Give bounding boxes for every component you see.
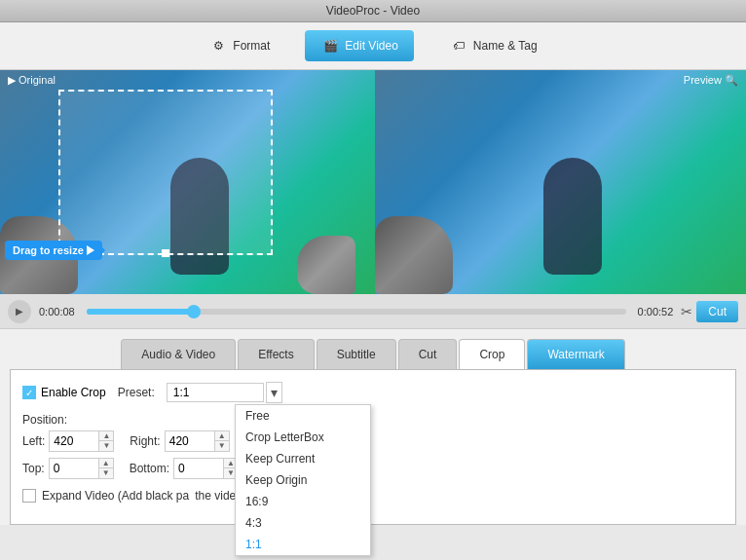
- start-time: 0:00:08: [39, 306, 75, 317]
- right-input[interactable]: [166, 432, 214, 450]
- format-button[interactable]: ⚙ Format: [193, 30, 285, 61]
- position-section: Position: Left: ▲ ▼ Right:: [22, 413, 724, 479]
- format-icon: ⚙: [208, 36, 228, 56]
- top-label: Top:: [22, 462, 45, 475]
- dropdown-item-crop-letterbox[interactable]: Crop LetterBox: [236, 427, 370, 448]
- right-spinner-down[interactable]: ▼: [215, 441, 229, 451]
- preview-video-panel: [375, 70, 746, 294]
- title-bar: VideoProc - Video: [0, 0, 746, 22]
- crop-content-panel: ✓ Enable Crop Preset: ▾ Free Crop Letter…: [10, 369, 736, 525]
- right-spinner-up[interactable]: ▲: [215, 431, 229, 441]
- tab-audio-video[interactable]: Audio & Video: [121, 339, 236, 369]
- crop-handle-bottom[interactable]: [162, 249, 169, 257]
- title-text: VideoProc - Video: [326, 4, 420, 18]
- rocks-decoration-right-panel: [375, 216, 453, 294]
- dropdown-item-free[interactable]: Free: [236, 405, 370, 427]
- left-input-wrap[interactable]: ▲ ▼: [49, 430, 114, 452]
- bottom-label: Bottom:: [130, 462, 169, 475]
- top-spinner-down[interactable]: ▼: [99, 468, 113, 478]
- left-field-group: Left: ▲ ▼: [22, 430, 114, 452]
- edit-video-label: Edit Video: [345, 39, 398, 53]
- enable-crop-checkbox[interactable]: ✓: [22, 386, 36, 399]
- right-field-group: Right: ▲ ▼: [130, 430, 229, 452]
- top-input-wrap[interactable]: ▲ ▼: [49, 458, 114, 479]
- preset-dropdown-arrow[interactable]: ▾: [266, 382, 282, 403]
- cut-button[interactable]: Cut: [696, 301, 738, 322]
- enable-crop-checkbox-label[interactable]: ✓ Enable Crop: [22, 386, 106, 399]
- timeline-slider[interactable]: [87, 309, 626, 315]
- left-spinners[interactable]: ▲ ▼: [98, 431, 113, 451]
- end-time: 0:00:52: [638, 306, 674, 317]
- preset-input[interactable]: [167, 383, 264, 402]
- right-label: Right:: [130, 434, 160, 448]
- toolbar: ⚙ Format 🎬 Edit Video 🏷 Name & Tag: [0, 22, 746, 70]
- fields-row-bottom: Top: ▲ ▼ Bottom: ▲: [22, 458, 724, 479]
- bottom-input-wrap[interactable]: ▲ ▼: [173, 458, 239, 479]
- format-label: Format: [233, 39, 270, 53]
- top-spinner-up[interactable]: ▲: [99, 459, 113, 468]
- left-spinner-up[interactable]: ▲: [99, 431, 113, 441]
- left-label: Left:: [22, 434, 45, 448]
- tab-crop[interactable]: Crop: [459, 339, 525, 369]
- rocks-decoration-right: [297, 236, 355, 294]
- drag-tooltip-text: Drag to resize: [13, 244, 84, 256]
- expand-video-label: Expand Video (Add black pa: [42, 489, 189, 503]
- left-input[interactable]: [50, 432, 98, 450]
- name-tag-icon: 🏷: [449, 36, 468, 56]
- enable-crop-row: ✓ Enable Crop Preset: ▾: [22, 382, 724, 403]
- cut-button-group: ✂ Cut: [681, 301, 738, 322]
- video-background-right: [375, 70, 746, 294]
- tabs-row: Audio & Video Effects Subtitle Cut Crop …: [0, 339, 746, 369]
- tab-effects[interactable]: Effects: [238, 339, 314, 369]
- dropdown-item-keep-origin[interactable]: Keep Origin: [236, 469, 370, 491]
- preview-label: Preview 🔍: [684, 74, 738, 87]
- expand-video-checkbox[interactable]: [22, 489, 36, 503]
- dropdown-item-4-3[interactable]: 4:3: [236, 512, 370, 534]
- preset-label: Preset:: [118, 386, 155, 399]
- timeline-bar: ▶ 0:00:08 0:00:52 ✂ Cut: [0, 294, 746, 329]
- dropdown-item-1-1[interactable]: 1:1: [236, 534, 370, 555]
- right-input-wrap[interactable]: ▲ ▼: [165, 430, 230, 452]
- tab-watermark[interactable]: Watermark: [527, 339, 624, 369]
- dropdown-item-keep-current[interactable]: Keep Current: [236, 448, 370, 469]
- timeline-fill: [87, 309, 195, 315]
- timeline-thumb[interactable]: [187, 305, 201, 318]
- edit-video-icon: 🎬: [320, 36, 340, 56]
- name-tag-label: Name & Tag: [473, 39, 538, 53]
- right-spinners[interactable]: ▲ ▼: [214, 431, 229, 451]
- top-field-group: Top: ▲ ▼: [22, 458, 114, 479]
- play-button[interactable]: ▶: [8, 300, 31, 323]
- tab-cut[interactable]: Cut: [398, 339, 458, 369]
- preset-select[interactable]: ▾: [167, 382, 282, 403]
- top-spinners[interactable]: ▲ ▼: [98, 459, 113, 478]
- bottom-field-group: Bottom: ▲ ▼: [130, 458, 239, 479]
- crop-overlay[interactable]: [58, 90, 273, 255]
- dropdown-item-16-9[interactable]: 16:9: [236, 491, 370, 512]
- original-video-panel: Drag to resize: [0, 70, 375, 294]
- top-input[interactable]: [50, 460, 98, 477]
- fields-row-top: Left: ▲ ▼ Right: ▲: [22, 430, 724, 452]
- left-spinner-down[interactable]: ▼: [99, 441, 113, 451]
- video-area: ▶ Original Preview 🔍 Drag to resize: [0, 70, 746, 294]
- bottom-input[interactable]: [174, 460, 223, 477]
- person-silhouette-right: [543, 158, 602, 275]
- drag-tooltip: Drag to resize: [5, 241, 102, 260]
- edit-video-button[interactable]: 🎬 Edit Video: [305, 30, 414, 61]
- scissors-icon: ✂: [681, 304, 692, 319]
- tab-subtitle[interactable]: Subtitle: [317, 339, 396, 369]
- tabs-area: Audio & Video Effects Subtitle Cut Crop …: [0, 329, 746, 525]
- drag-arrow-icon: [87, 245, 94, 255]
- original-label: ▶ Original: [8, 74, 56, 87]
- position-label: Position:: [22, 413, 724, 427]
- expand-video-row: Expand Video (Add black pa the video): [22, 489, 724, 503]
- name-tag-button[interactable]: 🏷 Name & Tag: [433, 30, 553, 61]
- enable-crop-text: Enable Crop: [41, 386, 106, 399]
- preset-dropdown-menu: Free Crop LetterBox Keep Current Keep Or…: [235, 404, 371, 556]
